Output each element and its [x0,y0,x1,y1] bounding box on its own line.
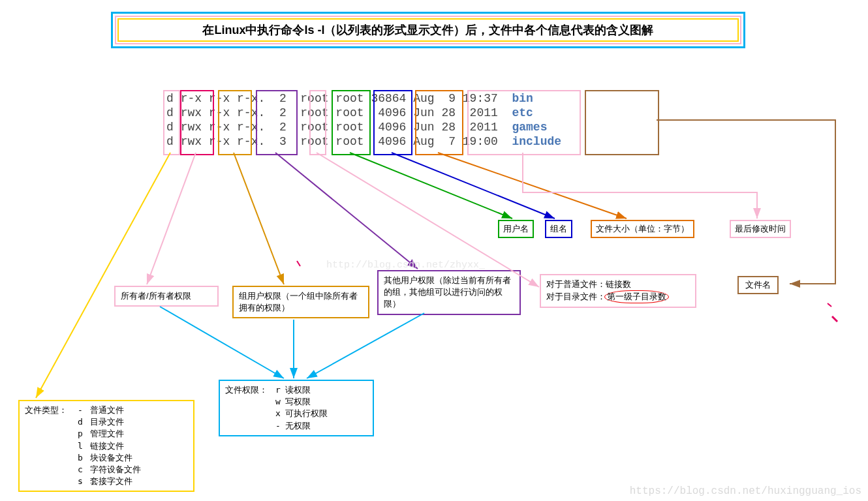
svg-line-3 [275,153,418,269]
label-mtime: 最后修改时间 [730,220,791,238]
svg-line-5 [350,153,512,219]
label-owner-perm: 所有者/所有者权限 [114,286,219,307]
col-owner-perm [180,90,214,155]
svg-line-12 [832,316,837,322]
links-dir-circled: 第一级子目录数 [604,290,669,303]
col-group [373,90,412,155]
links-plain-text: 对于普通文件：链接数 [546,279,631,289]
col-date [467,90,581,155]
label-groupname: 组名 [545,220,572,238]
svg-line-1 [147,153,196,284]
col-group-perm [218,90,252,155]
label-filename: 文件名 [737,276,779,294]
label-links: 对于普通文件：链接数 对于目录文件：第一级子目录数 [540,274,696,308]
col-type [163,90,180,155]
col-other-perm [256,90,298,155]
col-links [309,90,326,155]
col-size [415,90,463,155]
watermark-mid: http://blog.csdn.net/zhyxx_ [326,260,485,271]
svg-line-10 [307,313,424,378]
svg-line-6 [392,153,555,219]
label-group-perm: 组用户权限（一个组中除所有者拥有的权限） [232,286,369,318]
svg-line-2 [234,153,284,284]
page-title: 在Linux中执行命令ls -l（以列表的形式显示文件）后，文件中各个信息代表的… [117,18,739,42]
svg-line-0 [36,153,170,398]
title-frame: 在Linux中执行命令ls -l（以列表的形式显示文件）后，文件中各个信息代表的… [111,12,745,48]
legend-filetype: 文件类型：-普通文件d目录文件p管理文件l链接文件b块设备文件c字符设备文件s套… [18,400,194,492]
label-other-perm: 其他用户权限（除过当前有所有者的组，其他组可以进行访问的权限） [377,270,521,315]
svg-line-13 [828,303,831,307]
col-name [585,90,659,155]
col-user [332,90,371,155]
links-dir-prefix: 对于目录文件： [546,292,606,301]
label-username: 用户名 [498,220,534,238]
label-filesize: 文件大小（单位：字节） [591,220,694,238]
watermark: https://blog.csdn.net/huxingguang_ios [630,485,861,497]
svg-line-7 [438,153,627,219]
svg-line-11 [297,261,300,266]
legend-permissions: 文件权限：r读权限w写权限x可执行权限-无权限 [219,380,374,436]
